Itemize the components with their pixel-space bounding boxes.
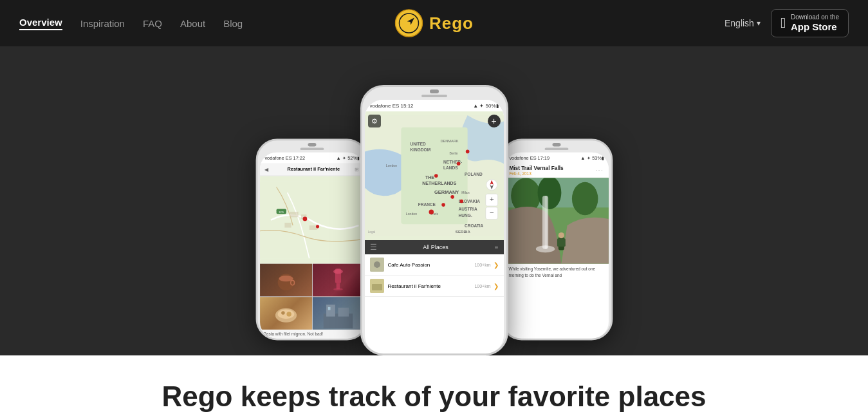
- topbar-left: ◀ Restaurant il Far'niente ⊞: [260, 163, 364, 176]
- photo-food: [260, 297, 312, 330]
- article-text: While visiting Yosemite, we adventured o…: [504, 264, 609, 281]
- phone-left: vodafone ES 17:22 ▲ ✦ 52%▮ ◀ Restaurant …: [255, 139, 368, 341]
- status-icons-left: ▲ ✦ 52%▮: [336, 155, 359, 160]
- nav-about[interactable]: About: [180, 18, 205, 29]
- headline-text: Rego keeps track of your favorite places: [13, 381, 855, 412]
- topbar-title-left: Restaurant il Far'niente: [272, 167, 355, 172]
- list-item-2-dist: 100+km: [474, 284, 490, 288]
- svg-text:FRANCE: FRANCE: [418, 202, 436, 207]
- list-header-center: ☰ All Places ≡: [365, 240, 504, 254]
- appstore-text: Download on the App Store: [791, 14, 839, 33]
- list-arrow-2: ❯: [494, 283, 499, 290]
- svg-text:GERMANY: GERMANY: [434, 189, 459, 195]
- status-text-right: vodafone ES 17:19: [509, 155, 549, 160]
- nav-blog[interactable]: Blog: [223, 18, 243, 29]
- status-bar-left: vodafone ES 17:22 ▲ ✦ 52%▮: [260, 153, 364, 164]
- svg-rect-82: [544, 196, 547, 249]
- apple-icon: : [780, 15, 786, 32]
- svg-text:Milan: Milan: [461, 191, 469, 194]
- article-dots: ···: [595, 167, 604, 173]
- svg-rect-7: [309, 225, 317, 230]
- svg-text:AUSTRIA: AUSTRIA: [458, 207, 477, 211]
- phone-speaker-right: [544, 147, 568, 150]
- svg-text:−: −: [489, 209, 494, 216]
- svg-point-18: [333, 269, 343, 274]
- nav-inspiration[interactable]: Inspiration: [80, 18, 125, 29]
- svg-rect-86: [557, 238, 565, 247]
- photo-coffee: [260, 264, 312, 297]
- svg-text:Berlin: Berlin: [449, 151, 457, 155]
- map-svg-center: UNITED KINGDOM DENMARK NETHER- LANDS Ber…: [365, 111, 504, 240]
- svg-point-73: [374, 261, 380, 268]
- navbar: Overview Inspiration FAQ About Blog Rego…: [0, 0, 868, 46]
- phone-speaker-center: [421, 95, 447, 97]
- status-text-center: vodafone ES 15:12: [370, 103, 414, 109]
- svg-rect-28: [328, 306, 331, 310]
- svg-rect-6: [284, 223, 291, 228]
- article-date: Feb 4, 2013: [509, 171, 604, 175]
- appstore-button[interactable]:  Download on the App Store: [771, 9, 849, 37]
- list-item-1: Cafe Auto Passion 100+km ❯: [365, 254, 504, 276]
- article-image: [504, 178, 609, 263]
- svg-rect-4: [290, 212, 298, 218]
- status-text-left: vodafone ES 17:22: [264, 155, 305, 160]
- photo-street: [312, 297, 364, 330]
- phone-screen-center: vodafone ES 15:12 ▲ ✦ 50%▮ ⚙ +: [365, 100, 504, 353]
- list-item-1-dist: 100+km: [474, 263, 490, 267]
- svg-text:+: +: [489, 195, 494, 203]
- phone-right: vodafone ES 17:19 ▲ ✦ 53%▮ Mist Trail Ve…: [500, 139, 613, 341]
- map-left: E05: [260, 176, 364, 264]
- logo-text: Rego: [429, 14, 474, 33]
- svg-point-63: [434, 174, 438, 178]
- headline-section: Rego keeps track of your favorite places: [0, 355, 868, 414]
- svg-text:THE: THE: [425, 175, 434, 180]
- article-title: Mist Trail Vernal Falls: [509, 165, 604, 171]
- list-item-1-name: Cafe Auto Passion: [388, 262, 475, 268]
- svg-text:London: London: [405, 212, 416, 216]
- nav-faq[interactable]: FAQ: [143, 18, 162, 29]
- logo[interactable]: Rego: [394, 9, 474, 37]
- svg-point-20: [333, 288, 343, 290]
- svg-text:KINGDOM: KINGDOM: [410, 147, 430, 152]
- svg-text:HUNG.: HUNG.: [458, 213, 472, 218]
- logo-icon: [394, 9, 423, 37]
- map-center: ⚙ + UNITED KINGDOM DENMARK NE: [365, 111, 504, 240]
- appstore-line2: App Store: [791, 21, 839, 33]
- list-arrow-1: ❯: [494, 261, 499, 268]
- language-selector[interactable]: English: [725, 18, 761, 28]
- photo-wine: [312, 264, 364, 297]
- phone-center: vodafone ES 15:12 ▲ ✦ 50%▮ ⚙ +: [360, 85, 508, 355]
- nav-links: Overview Inspiration FAQ About Blog: [19, 17, 243, 30]
- phone-camera-center: [430, 89, 439, 93]
- status-bar-right: vodafone ES 17:19 ▲ ✦ 53%▮: [504, 153, 609, 164]
- phones-container: vodafone ES 17:22 ▲ ✦ 52%▮ ◀ Restaurant …: [251, 46, 618, 355]
- article-image-svg: [504, 178, 609, 263]
- svg-text:UNITED: UNITED: [410, 142, 426, 146]
- svg-rect-26: [326, 305, 335, 316]
- article-header: Mist Trail Vernal Falls Feb 4, 2013 ···: [504, 163, 609, 178]
- svg-text:LANDS: LANDS: [443, 165, 458, 170]
- phone-screen-left: vodafone ES 17:22 ▲ ✦ 52%▮ ◀ Restaurant …: [260, 153, 364, 339]
- svg-text:NETHERLANDS: NETHERLANDS: [422, 181, 456, 185]
- list-item-2: Restaurant il Far'niente 100+km ❯: [365, 276, 504, 297]
- svg-rect-75: [372, 284, 382, 290]
- nav-overview[interactable]: Overview: [19, 17, 62, 30]
- svg-text:CROATIA: CROATIA: [464, 223, 483, 228]
- hero-section: vodafone ES 17:22 ▲ ✦ 52%▮ ◀ Restaurant …: [0, 46, 868, 355]
- status-icons-right: ▲ ✦ 53%▮: [580, 155, 604, 160]
- svg-text:Legal: Legal: [367, 231, 374, 234]
- map-svg-left: E05: [260, 176, 364, 264]
- photo-grid-left: [260, 264, 364, 330]
- svg-text:London: London: [385, 164, 396, 167]
- phone-camera-right: [552, 143, 560, 147]
- phone-screen-right: vodafone ES 17:19 ▲ ✦ 53%▮ Mist Trail Ve…: [504, 153, 609, 339]
- svg-text:SERBIA: SERBIA: [455, 229, 470, 234]
- status-bar-center: vodafone ES 15:12 ▲ ✦ 50%▮: [365, 100, 504, 111]
- svg-text:POLAND: POLAND: [464, 172, 482, 176]
- status-icons-center: ▲ ✦ 50%▮: [473, 103, 498, 109]
- phone-speaker-left: [300, 147, 324, 150]
- list-item-2-name: Restaurant il Far'niente: [388, 283, 475, 289]
- nav-right: English  Download on the App Store: [725, 9, 849, 37]
- photo-caption-left: Pasta with filet mignon. Not bad!: [260, 330, 364, 339]
- svg-text:DENMARK: DENMARK: [440, 139, 458, 143]
